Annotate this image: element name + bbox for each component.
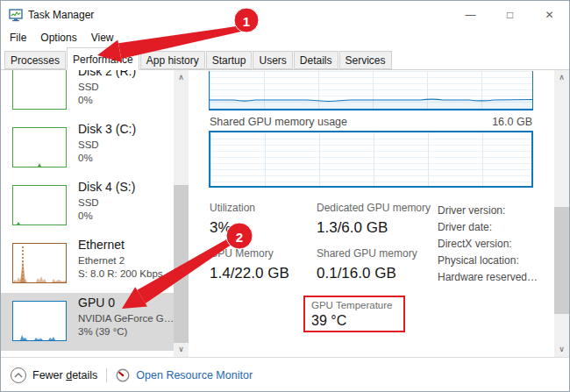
dedicated-memory-label: Dedicated GPU memory [317,202,431,214]
sidebar-item-line2: SSD [78,81,136,94]
sidebar-item-name: Disk 2 (R:) [78,70,136,78]
sidebar-item-line3: S: 8.0 R: 200 Kbps [78,267,163,281]
shared-memory-value: 0.1/16.0 GB [317,265,417,282]
window-controls: — □ ✕ [451,1,569,28]
sidebar-item-name: Disk 3 (C:) [78,123,136,136]
gpu0-mini-chart-icon [12,301,67,341]
shared-memory-stat: Shared GPU memory 0.1/16.0 GB [317,247,417,282]
dedicated-gpu-memory-chart [209,71,533,110]
fewer-details-button[interactable]: Fewer details [11,367,97,383]
resource-monitor-icon [116,368,130,382]
directx-version-label: DirectX version: [438,236,538,253]
physical-location-label: Physical location: [438,253,538,269]
menu-item-file[interactable]: File [3,29,33,46]
menu-item-options[interactable]: Options [33,29,83,46]
driver-info-block: Driver version: Driver date: DirectX ver… [438,203,538,286]
driver-date-label: Driver date: [438,219,538,236]
sidebar-scrollbar-thumb[interactable] [174,185,189,343]
scroll-down-icon[interactable]: ∨ [174,342,189,357]
sidebar-item-gpu0[interactable]: GPU 0 NVIDIA GeForce G… 3% (39 °C) [1,293,174,351]
resource-monitor-label: Open Resource Monitor [136,369,253,381]
sidebar-item-line3: 0% [78,210,135,223]
shared-gpu-memory-chart [209,131,533,188]
tab-users[interactable]: Users [253,51,292,69]
sidebar-item-line2: SSD [78,196,135,210]
disk4-mini-chart-icon [12,185,67,225]
tab-processes[interactable]: Processes [4,51,66,69]
utilization-label: Utilization [210,202,255,214]
shared-gpu-memory-header: Shared GPU memory usage 16.0 GB [210,116,532,128]
utilization-stat: Utilization 3% [210,202,255,237]
sidebar-item-disk4[interactable]: Disk 4 (S:) SSD 0% [1,177,174,235]
sidebar-item-line3: 3% (39 °C) [78,325,174,339]
minimize-button[interactable]: — [451,1,490,28]
chevron-up-circle-icon [11,367,26,383]
task-manager-icon [9,8,23,22]
sidebar-item-line3: 0% [78,152,136,165]
footer-bar: Fewer details Open Resource Monitor [1,357,569,392]
window-title: Task Manager [28,9,94,21]
sidebar-item-line2: Ethernet 2 [78,254,163,267]
main-scrollbar[interactable]: ∧ ∨ [554,70,569,357]
menubar: File Options View [1,28,121,47]
driver-version-label: Driver version: [438,203,538,219]
sidebar-item-disk3[interactable]: Disk 3 (C:) SSD 0% [1,119,174,177]
sidebar-item-line2: SSD [78,139,136,152]
sidebar-item-line3: 0% [78,94,136,107]
disk3-mini-chart-icon [12,127,67,167]
shared-memory-label: Shared GPU memory [317,247,417,260]
utilization-value: 3% [210,219,255,237]
tab-bar: Processes Performance App history Startu… [1,47,569,70]
scroll-up-icon[interactable]: ∧ [554,70,569,85]
open-resource-monitor-link[interactable]: Open Resource Monitor [116,368,253,382]
tab-performance[interactable]: Performance [67,47,139,70]
gpu-temperature-label: GPU Temperature [311,300,403,310]
tab-app-history[interactable]: App history [140,51,205,69]
performance-sidebar: Disk 2 (R:) SSD 0% Disk 3 (C:) SSD 0% [1,70,174,357]
sidebar-item-name: Ethernet [78,239,163,252]
tab-startup[interactable]: Startup [206,51,253,69]
gpu-memory-label: GPU Memory [210,247,289,260]
scroll-up-icon[interactable]: ∧ [174,70,189,85]
disk2-mini-chart-icon [12,70,67,110]
tab-services[interactable]: Services [339,51,392,69]
tab-details[interactable]: Details [294,51,338,69]
sidebar-item-line2: NVIDIA GeForce G… [78,312,174,325]
gpu-memory-value: 1.4/22.0 GB [210,265,289,282]
close-button[interactable]: ✕ [530,1,569,28]
menu-item-view[interactable]: View [84,29,121,46]
footer-divider [106,368,107,382]
main-scrollbar-thumb[interactable] [554,207,569,314]
gpu-memory-stat: GPU Memory 1.4/22.0 GB [210,247,289,282]
gpu-temperature-box: GPU Temperature 39 °C [303,296,405,332]
sidebar-item-disk2[interactable]: Disk 2 (R:) SSD 0% [1,70,174,119]
gpu-temperature-value: 39 °C [311,313,403,329]
dedicated-memory-stat: Dedicated GPU memory 1.3/6.0 GB [317,202,431,237]
ethernet-mini-chart-icon [12,243,67,283]
shared-gpu-memory-label: Shared GPU memory usage [210,116,347,128]
task-manager-window: Task Manager — □ ✕ File Options View Pro… [0,0,570,392]
hardware-reserved-label: Hardware reserved… [438,269,538,286]
shared-gpu-memory-scale: 16.0 GB [492,116,532,128]
sidebar-item-ethernet[interactable]: Ethernet Ethernet 2 S: 8.0 R: 200 Kbps [1,235,174,293]
sidebar-scrollbar[interactable]: ∧ ∨ [174,70,189,357]
sidebar-item-name: GPU 0 [78,296,174,310]
dedicated-memory-value: 1.3/6.0 GB [317,219,431,237]
fewer-details-label: Fewer details [32,369,97,381]
titlebar: Task Manager — □ ✕ [1,1,569,28]
maximize-button[interactable]: □ [490,1,530,28]
scroll-down-icon[interactable]: ∨ [554,342,569,357]
sidebar-item-name: Disk 4 (S:) [78,181,135,194]
